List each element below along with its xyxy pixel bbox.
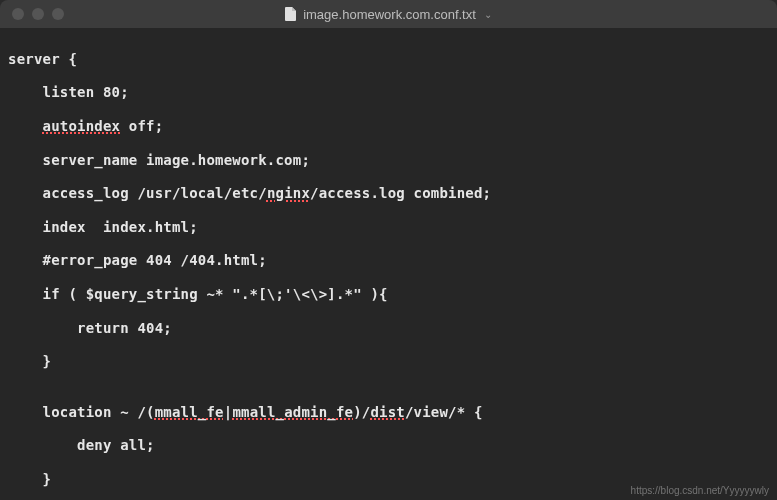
code-line: location ~ /(mmall_fe|mmall_admin_fe)/di… [8, 404, 769, 421]
code-line: access_log /usr/local/etc/nginx/access.l… [8, 185, 769, 202]
spellcheck-underline: nginx [267, 185, 310, 201]
window-title: image.homework.com.conf.txt [303, 7, 476, 22]
code-line: return 404; [8, 320, 769, 337]
document-icon [285, 7, 297, 21]
code-line: autoindex off; [8, 118, 769, 135]
watermark-text: https://blog.csdn.net/Yyyyyywly [631, 485, 769, 496]
window-titlebar: image.homework.com.conf.txt ⌄ [0, 0, 777, 28]
code-line: index index.html; [8, 219, 769, 236]
spellcheck-underline: mmall_fe [155, 404, 224, 420]
code-line: listen 80; [8, 84, 769, 101]
code-line: } [8, 353, 769, 370]
chevron-down-icon[interactable]: ⌄ [484, 9, 492, 20]
code-line: if ( $query_string ~* ".*[\;'\<\>].*" ){ [8, 286, 769, 303]
code-line: server { [8, 51, 769, 68]
code-line: #error_page 404 /404.html; [8, 252, 769, 269]
editor-area[interactable]: server { listen 80; autoindex off; serve… [0, 28, 777, 500]
code-line: deny all; [8, 437, 769, 454]
spellcheck-underline: autoindex [43, 118, 121, 134]
title-wrap: image.homework.com.conf.txt ⌄ [0, 7, 777, 22]
code-line: server_name image.homework.com; [8, 152, 769, 169]
spellcheck-underline: dist [370, 404, 405, 420]
spellcheck-underline: mmall_admin_fe [232, 404, 353, 420]
